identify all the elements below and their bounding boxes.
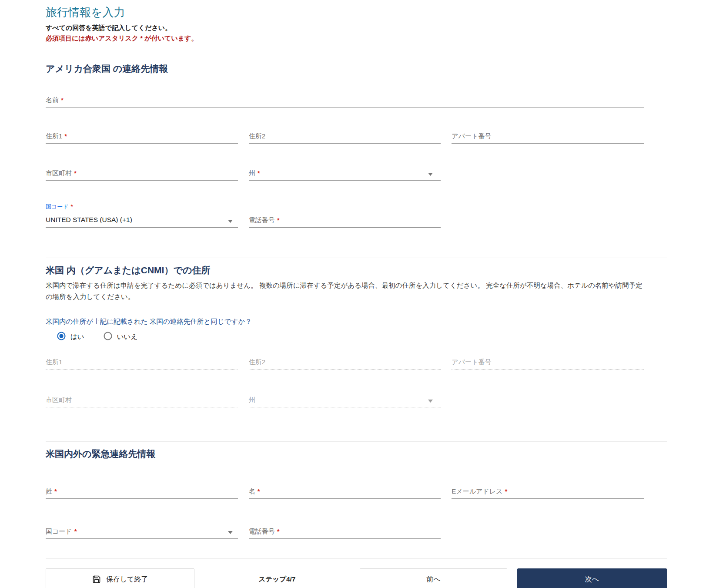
emergency-email-label: Eメールアドレス*: [452, 487, 644, 496]
required-asterisk: *: [277, 216, 280, 224]
contact-address1-label: 住所1*: [46, 132, 238, 141]
contact-apartment-label: アパート番号: [452, 132, 644, 141]
chevron-down-icon: [428, 400, 433, 403]
emergency-first-name-field[interactable]: 名*: [249, 487, 441, 499]
radio-option-no[interactable]: いいえ: [104, 332, 138, 342]
save-exit-label: 保存して終了: [106, 575, 148, 584]
emergency-phone-field[interactable]: 電話番号*: [249, 527, 441, 539]
contact-phone-field[interactable]: 電話番号*: [249, 216, 441, 228]
emergency-phone-label: 電話番号*: [249, 527, 441, 536]
stay-address2-label: 住所2: [249, 358, 441, 366]
contact-apartment-field[interactable]: アパート番号: [452, 132, 644, 144]
required-asterisk: *: [64, 132, 67, 140]
stay-address1-field-disabled: 住所1: [46, 358, 238, 370]
chevron-down-icon: [228, 220, 233, 223]
emergency-heading: 米国内外の緊急連絡先情報: [46, 448, 667, 460]
section-divider: [46, 441, 667, 442]
required-asterisk: *: [74, 169, 77, 177]
radio-option-yes[interactable]: はい: [57, 332, 84, 342]
next-button[interactable]: 次へ: [517, 568, 667, 588]
contact-address1-field[interactable]: 住所1*: [46, 132, 238, 144]
contact-name-field[interactable]: 名前*: [46, 96, 644, 108]
section-divider: [46, 258, 667, 258]
contact-address2-field[interactable]: 住所2: [249, 132, 441, 144]
stay-state-label: 州: [249, 396, 441, 404]
step-indicator-wrap: ステップ4/7: [194, 575, 360, 584]
chevron-down-icon: [228, 531, 233, 534]
radio-selected-icon: [57, 332, 66, 342]
radio-no-label: いいえ: [117, 333, 138, 342]
stay-address2-field-disabled: 住所2: [249, 358, 441, 370]
stay-city-field-disabled: 市区町村: [46, 396, 238, 407]
required-asterisk: *: [505, 487, 507, 495]
save-exit-button[interactable]: 保存して終了: [46, 568, 194, 588]
us-contact-heading: アメリカ合衆国 の連絡先情報: [46, 63, 667, 75]
step-indicator: ステップ4/7: [258, 575, 295, 584]
stay-apartment-field-disabled: アパート番号: [452, 358, 644, 370]
required-asterisk: *: [71, 203, 73, 210]
footer-divider: [46, 558, 667, 559]
us-address-description: 米国内で滞在する住所は申請を完了するために必須ではありません。 複数の場所に滞在…: [46, 280, 667, 302]
footer-nav: 保存して終了 ステップ4/7 前へ 次へ: [46, 568, 667, 588]
emergency-email-field[interactable]: Eメールアドレス*: [452, 487, 644, 499]
page-title: 旅行情報を入力: [46, 5, 667, 19]
contact-state-select[interactable]: 州*: [249, 169, 441, 181]
previous-button[interactable]: 前へ: [360, 568, 507, 588]
stay-address1-label: 住所1: [46, 358, 238, 366]
same-address-question: 米国内の住所が上記に記載された 米国の連絡先住所と同じですか？: [46, 317, 667, 326]
travel-info-form: 旅行情報を入力 すべての回答を英語で記入してください。 必須項目には赤いアスタリ…: [46, 0, 667, 588]
emergency-first-name-label: 名*: [249, 487, 441, 496]
emergency-country-code-select[interactable]: 国コード*: [46, 527, 238, 539]
contact-state-label: 州*: [249, 169, 441, 178]
contact-country-code-label: 国コード*: [46, 203, 238, 210]
contact-country-code-select[interactable]: 国コード* UNITED STATES (USA) (+1): [46, 203, 238, 228]
intro-note: すべての回答を英語で記入してください。: [46, 24, 667, 32]
contact-phone-label: 電話番号*: [249, 216, 441, 225]
same-address-radio-group: はい いいえ: [57, 332, 667, 342]
section-us-address: 米国 内（グアムまたはCNMI）での住所 米国内で滞在する住所は申請を完了するた…: [46, 264, 667, 407]
section-emergency-contact: 米国内外の緊急連絡先情報 姓* 名* Eメールアドレス* 国コ: [46, 448, 667, 539]
required-asterisk: *: [258, 169, 260, 177]
stay-city-label: 市区町村: [46, 396, 238, 404]
radio-yes-label: はい: [70, 333, 84, 342]
previous-label: 前へ: [426, 575, 440, 584]
contact-city-field[interactable]: 市区町村*: [46, 169, 238, 181]
contact-name-label: 名前*: [46, 96, 644, 104]
save-icon: [92, 575, 101, 584]
stay-apartment-label: アパート番号: [452, 358, 644, 366]
required-note: 必須項目には赤いアスタリスク * が付いています。: [46, 34, 667, 43]
section-us-contact: アメリカ合衆国 の連絡先情報 名前* 住所1* 住所2 アパー: [46, 63, 667, 228]
required-asterisk: *: [277, 528, 280, 535]
stay-state-select-disabled: 州: [249, 396, 441, 407]
contact-city-label: 市区町村*: [46, 169, 238, 178]
contact-address2-label: 住所2: [249, 132, 441, 141]
emergency-last-name-field[interactable]: 姓*: [46, 487, 238, 499]
required-asterisk: *: [61, 96, 64, 104]
required-asterisk: *: [258, 487, 260, 495]
contact-country-code-value: UNITED STATES (USA) (+1): [46, 215, 238, 224]
emergency-last-name-label: 姓*: [46, 487, 238, 496]
us-address-heading: 米国 内（グアムまたはCNMI）での住所: [46, 264, 667, 276]
next-label: 次へ: [585, 575, 599, 584]
emergency-country-code-label: 国コード*: [46, 527, 238, 536]
required-asterisk: *: [74, 528, 77, 535]
required-asterisk: *: [54, 487, 57, 495]
chevron-down-icon: [428, 173, 433, 176]
radio-unselected-icon: [104, 332, 112, 342]
